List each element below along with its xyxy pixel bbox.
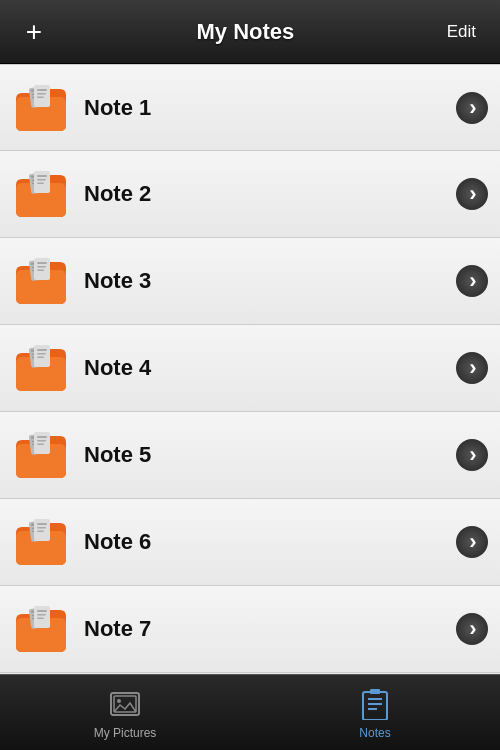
folder-icon — [12, 252, 70, 310]
chevron-right-icon — [456, 439, 488, 471]
chevron-right-icon — [456, 526, 488, 558]
note-label: Note 3 — [84, 268, 456, 294]
app-header: + My Notes Edit — [0, 0, 500, 64]
chevron-right-icon — [456, 178, 488, 210]
svg-rect-7 — [37, 96, 44, 98]
svg-rect-21 — [37, 262, 47, 264]
svg-rect-46 — [37, 527, 46, 529]
svg-rect-29 — [37, 349, 47, 351]
svg-rect-6 — [37, 93, 46, 95]
list-item[interactable]: Note 3 — [0, 238, 500, 325]
svg-rect-28 — [34, 345, 50, 367]
tab-my-pictures[interactable]: My Pictures — [0, 675, 250, 751]
folder-icon — [12, 339, 70, 397]
svg-rect-55 — [37, 618, 44, 620]
note-label: Note 5 — [84, 442, 456, 468]
list-item[interactable]: Note 6 — [0, 499, 500, 586]
svg-rect-20 — [34, 258, 50, 280]
svg-rect-53 — [37, 610, 47, 612]
svg-point-58 — [117, 699, 121, 703]
list-item[interactable]: Note 4 — [0, 325, 500, 412]
svg-rect-54 — [37, 614, 46, 616]
svg-rect-31 — [37, 357, 44, 359]
note-label: Note 4 — [84, 355, 456, 381]
svg-rect-22 — [37, 266, 46, 268]
list-item[interactable]: Note 7 — [0, 586, 500, 673]
folder-icon — [12, 165, 70, 223]
svg-rect-15 — [37, 183, 44, 185]
chevron-right-icon — [456, 613, 488, 645]
list-item[interactable]: Note 2 — [0, 151, 500, 238]
chevron-right-icon — [456, 265, 488, 297]
svg-rect-39 — [37, 444, 44, 446]
svg-rect-12 — [34, 171, 50, 193]
svg-rect-52 — [34, 606, 50, 628]
notes-list: Note 1 Note 2 — [0, 64, 500, 674]
note-label: Note 6 — [84, 529, 456, 555]
svg-rect-30 — [37, 353, 46, 355]
pictures-icon — [107, 686, 143, 722]
svg-rect-5 — [37, 89, 47, 91]
folder-icon — [12, 513, 70, 571]
svg-rect-59 — [363, 692, 387, 720]
tab-notes-label: Notes — [359, 726, 390, 740]
svg-rect-13 — [37, 175, 47, 177]
folder-icon — [12, 426, 70, 484]
svg-rect-47 — [37, 531, 44, 533]
tab-bar: My Pictures Notes — [0, 674, 500, 750]
note-label: Note 1 — [84, 95, 456, 121]
chevron-right-icon — [456, 352, 488, 384]
edit-button[interactable]: Edit — [439, 18, 484, 46]
note-label: Note 7 — [84, 616, 456, 642]
add-button[interactable]: + — [16, 14, 52, 50]
tab-my-pictures-label: My Pictures — [94, 726, 157, 740]
svg-rect-23 — [37, 270, 44, 272]
svg-rect-36 — [34, 432, 50, 454]
folder-icon — [12, 600, 70, 658]
notes-icon — [357, 686, 393, 722]
tab-notes[interactable]: Notes — [250, 675, 500, 751]
list-item[interactable]: Note 5 — [0, 412, 500, 499]
page-title: My Notes — [196, 19, 294, 45]
chevron-right-icon — [456, 92, 488, 124]
svg-rect-44 — [34, 519, 50, 541]
svg-rect-4 — [34, 85, 50, 107]
note-label: Note 2 — [84, 181, 456, 207]
list-item[interactable]: Note 1 — [0, 64, 500, 151]
svg-rect-63 — [370, 689, 380, 694]
svg-rect-38 — [37, 440, 46, 442]
svg-rect-14 — [37, 179, 46, 181]
svg-rect-37 — [37, 436, 47, 438]
folder-icon — [12, 79, 70, 137]
svg-rect-45 — [37, 523, 47, 525]
